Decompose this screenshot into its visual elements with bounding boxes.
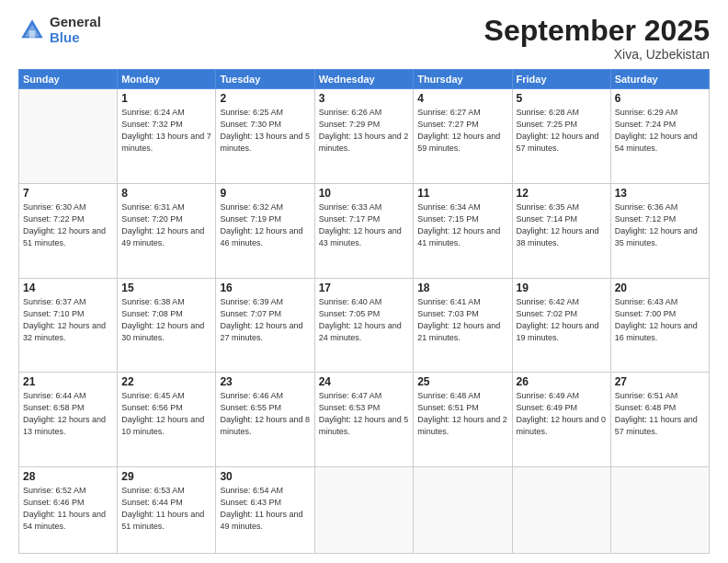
table-row	[314, 466, 413, 553]
calendar-week-row: 14Sunrise: 6:37 AMSunset: 7:10 PMDayligh…	[19, 278, 710, 373]
calendar-week-row: 21Sunrise: 6:44 AMSunset: 6:58 PMDayligh…	[19, 373, 710, 467]
col-friday: Friday	[512, 70, 610, 89]
day-number: 1	[121, 92, 211, 105]
table-row: 21Sunrise: 6:44 AMSunset: 6:58 PMDayligh…	[19, 373, 118, 467]
table-row: 14Sunrise: 6:37 AMSunset: 7:10 PMDayligh…	[19, 278, 118, 373]
logo-text: General Blue	[50, 15, 101, 45]
col-wednesday: Wednesday	[314, 70, 413, 89]
day-info: Sunrise: 6:32 AMSunset: 7:19 PMDaylight:…	[220, 201, 310, 249]
day-number: 12	[517, 187, 607, 200]
col-monday: Monday	[118, 70, 216, 89]
table-row: 25Sunrise: 6:48 AMSunset: 6:51 PMDayligh…	[414, 373, 512, 467]
day-info: Sunrise: 6:52 AMSunset: 6:46 PMDaylight:…	[23, 485, 113, 533]
day-info: Sunrise: 6:31 AMSunset: 7:20 PMDaylight:…	[121, 201, 211, 249]
day-info: Sunrise: 6:49 AMSunset: 6:49 PMDaylight:…	[517, 390, 607, 438]
day-number: 4	[417, 92, 507, 105]
day-info: Sunrise: 6:28 AMSunset: 7:25 PMDaylight:…	[517, 107, 607, 155]
day-number: 18	[417, 282, 507, 294]
table-row: 8Sunrise: 6:31 AMSunset: 7:20 PMDaylight…	[118, 183, 216, 278]
table-row: 23Sunrise: 6:46 AMSunset: 6:55 PMDayligh…	[216, 373, 314, 467]
table-row: 13Sunrise: 6:36 AMSunset: 7:12 PMDayligh…	[610, 183, 709, 278]
day-number: 21	[23, 375, 113, 388]
title-block: September 2025 Xiva, Uzbekistan	[484, 15, 710, 62]
day-info: Sunrise: 6:30 AMSunset: 7:22 PMDaylight:…	[23, 201, 113, 249]
table-row: 6Sunrise: 6:29 AMSunset: 7:24 PMDaylight…	[610, 89, 709, 184]
table-row: 18Sunrise: 6:41 AMSunset: 7:03 PMDayligh…	[414, 278, 512, 373]
table-row: 15Sunrise: 6:38 AMSunset: 7:08 PMDayligh…	[118, 278, 216, 373]
day-number: 24	[319, 375, 409, 388]
day-info: Sunrise: 6:40 AMSunset: 7:05 PMDaylight:…	[319, 296, 409, 344]
day-number: 15	[121, 282, 211, 294]
day-number: 23	[220, 375, 310, 388]
day-number: 20	[615, 282, 705, 294]
table-row	[512, 466, 610, 553]
day-info: Sunrise: 6:29 AMSunset: 7:24 PMDaylight:…	[615, 107, 705, 155]
table-row: 20Sunrise: 6:43 AMSunset: 7:00 PMDayligh…	[610, 278, 709, 373]
table-row: 1Sunrise: 6:24 AMSunset: 7:32 PMDaylight…	[118, 89, 216, 184]
day-number: 26	[517, 375, 607, 388]
day-number: 25	[417, 375, 507, 388]
day-number: 8	[121, 187, 211, 200]
table-row	[19, 89, 118, 184]
day-info: Sunrise: 6:34 AMSunset: 7:15 PMDaylight:…	[417, 201, 507, 249]
table-row: 26Sunrise: 6:49 AMSunset: 6:49 PMDayligh…	[512, 373, 610, 467]
col-sunday: Sunday	[19, 70, 118, 89]
table-row: 28Sunrise: 6:52 AMSunset: 6:46 PMDayligh…	[19, 466, 118, 553]
day-number: 22	[121, 375, 211, 388]
day-info: Sunrise: 6:27 AMSunset: 7:27 PMDaylight:…	[417, 107, 507, 155]
day-number: 16	[220, 282, 310, 294]
day-number: 28	[23, 470, 113, 483]
day-info: Sunrise: 6:42 AMSunset: 7:02 PMDaylight:…	[517, 296, 607, 344]
day-number: 29	[121, 470, 211, 483]
day-number: 17	[319, 282, 409, 294]
table-row: 29Sunrise: 6:53 AMSunset: 6:44 PMDayligh…	[118, 466, 216, 553]
calendar-table: Sunday Monday Tuesday Wednesday Thursday…	[18, 69, 710, 554]
table-row: 17Sunrise: 6:40 AMSunset: 7:05 PMDayligh…	[314, 278, 413, 373]
calendar-week-row: 1Sunrise: 6:24 AMSunset: 7:32 PMDaylight…	[19, 89, 710, 184]
table-row: 27Sunrise: 6:51 AMSunset: 6:48 PMDayligh…	[610, 373, 709, 467]
day-number: 11	[417, 187, 507, 200]
day-info: Sunrise: 6:35 AMSunset: 7:14 PMDaylight:…	[517, 201, 607, 249]
logo-general-text: General	[50, 15, 101, 30]
logo-blue-text: Blue	[50, 30, 101, 46]
calendar-week-row: 7Sunrise: 6:30 AMSunset: 7:22 PMDaylight…	[19, 183, 710, 278]
calendar-week-row: 28Sunrise: 6:52 AMSunset: 6:46 PMDayligh…	[19, 466, 710, 553]
day-info: Sunrise: 6:37 AMSunset: 7:10 PMDaylight:…	[23, 296, 113, 344]
table-row	[610, 466, 709, 553]
day-info: Sunrise: 6:47 AMSunset: 6:53 PMDaylight:…	[319, 390, 409, 438]
page: General Blue September 2025 Xiva, Uzbeki…	[0, 0, 728, 563]
table-row: 4Sunrise: 6:27 AMSunset: 7:27 PMDaylight…	[414, 89, 512, 184]
day-info: Sunrise: 6:25 AMSunset: 7:30 PMDaylight:…	[220, 107, 310, 155]
day-number: 30	[220, 470, 310, 483]
table-row: 3Sunrise: 6:26 AMSunset: 7:29 PMDaylight…	[314, 89, 413, 184]
day-info: Sunrise: 6:45 AMSunset: 6:56 PMDaylight:…	[121, 390, 211, 438]
day-number: 19	[517, 282, 607, 294]
day-number: 3	[319, 92, 409, 105]
table-row: 2Sunrise: 6:25 AMSunset: 7:30 PMDaylight…	[216, 89, 314, 184]
day-info: Sunrise: 6:44 AMSunset: 6:58 PMDaylight:…	[23, 390, 113, 438]
month-title: September 2025	[484, 15, 710, 47]
table-row: 5Sunrise: 6:28 AMSunset: 7:25 PMDaylight…	[512, 89, 610, 184]
day-info: Sunrise: 6:54 AMSunset: 6:43 PMDaylight:…	[220, 485, 310, 533]
day-info: Sunrise: 6:53 AMSunset: 6:44 PMDaylight:…	[121, 485, 211, 533]
day-number: 6	[615, 92, 705, 105]
col-saturday: Saturday	[610, 70, 709, 89]
day-number: 7	[23, 187, 113, 200]
day-info: Sunrise: 6:38 AMSunset: 7:08 PMDaylight:…	[121, 296, 211, 344]
day-info: Sunrise: 6:36 AMSunset: 7:12 PMDaylight:…	[615, 201, 705, 249]
day-info: Sunrise: 6:26 AMSunset: 7:29 PMDaylight:…	[319, 107, 409, 155]
day-info: Sunrise: 6:41 AMSunset: 7:03 PMDaylight:…	[417, 296, 507, 344]
table-row	[414, 466, 512, 553]
location-subtitle: Xiva, Uzbekistan	[484, 47, 710, 62]
day-number: 13	[615, 187, 705, 200]
day-number: 9	[220, 187, 310, 200]
svg-rect-2	[29, 30, 36, 38]
logo: General Blue	[18, 15, 101, 45]
day-info: Sunrise: 6:24 AMSunset: 7:32 PMDaylight:…	[121, 107, 211, 155]
table-row: 19Sunrise: 6:42 AMSunset: 7:02 PMDayligh…	[512, 278, 610, 373]
table-row: 10Sunrise: 6:33 AMSunset: 7:17 PMDayligh…	[314, 183, 413, 278]
table-row: 30Sunrise: 6:54 AMSunset: 6:43 PMDayligh…	[216, 466, 314, 553]
table-row: 22Sunrise: 6:45 AMSunset: 6:56 PMDayligh…	[118, 373, 216, 467]
table-row: 24Sunrise: 6:47 AMSunset: 6:53 PMDayligh…	[314, 373, 413, 467]
header: General Blue September 2025 Xiva, Uzbeki…	[18, 15, 710, 62]
